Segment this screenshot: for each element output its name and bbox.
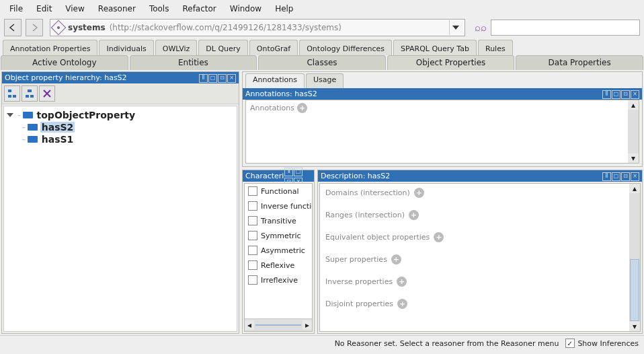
tree-child-hasS2[interactable]: ···· hasS2 [22,121,234,133]
add-button[interactable]: + [409,210,419,220]
vertical-scrollbar[interactable]: ▴ ▾ [629,184,640,331]
checkbox[interactable] [248,246,257,255]
tree-line: ··· [17,112,20,119]
tree-root-row[interactable]: ··· topObjectProperty [7,109,234,121]
tree-child-hasS1[interactable]: ···· hasS1 [22,133,234,145]
checkbox[interactable] [248,216,257,225]
menu-edit[interactable]: Edit [30,3,58,15]
ontology-address-bar[interactable]: systems (http://stackoverflow.com/q/2149… [50,19,465,36]
show-inferences-toggle[interactable]: Show Inferences [565,339,639,348]
menu-window[interactable]: Window [223,3,268,15]
characteristic-transitive[interactable]: Transitive [245,213,312,228]
add-button[interactable]: + [414,188,424,198]
description-equivalent: Equivalent object properties+ [325,232,635,242]
description-header: Description: hasS2 Ⅱ□⊡× [318,170,642,182]
hierarchy-panel-title: Object property hierarchy: hasS2 [5,73,127,82]
ontology-dropdown[interactable] [449,20,462,35]
status-message: No Reasoner set. Select a reasoner from … [335,339,559,348]
tab-ontograf[interactable]: OntoGraf [249,40,298,55]
characteristic-reflexive[interactable]: Reflexive [245,258,312,273]
checkbox[interactable] [248,186,257,196]
checkbox[interactable] [248,231,257,240]
scroll-up-button[interactable]: ▴ [628,100,639,110]
add-sibling-button[interactable] [4,85,20,102]
main-tabs-row: Active Ontology Entities Classes Object … [0,55,644,70]
tab-dl-query[interactable]: DL Query [198,40,248,55]
tab-classes[interactable]: Classes [258,55,386,70]
property-tree[interactable]: ··· topObjectProperty ···· hasS2 ···· ha… [3,106,237,332]
menu-tools[interactable]: Tools [143,3,176,15]
characteristics-header: Characteri Ⅱ□⊡× [243,170,314,182]
tab-rules[interactable]: Rules [478,40,513,55]
checkbox[interactable] [248,260,257,270]
svg-rect-4 [26,95,29,98]
menu-refactor[interactable]: Refactor [175,3,223,15]
characteristic-label: Asymmetric [261,246,305,255]
delete-button[interactable] [39,85,55,102]
panel-controls[interactable]: Ⅱ□⊡× [198,73,236,83]
characteristic-functional[interactable]: Functional [245,184,312,199]
horizontal-scrollbar[interactable]: ◂ ▸ [245,318,312,331]
menu-help[interactable]: Help [268,3,300,15]
forward-button[interactable] [26,19,43,36]
tab-annotation-properties[interactable]: Annotation Properties [3,40,97,55]
characteristics-list: Functional Inverse functio Transitive Sy… [244,183,313,332]
tree-line: ···· [22,124,25,131]
search-input[interactable] [491,20,640,36]
scroll-up-button[interactable]: ▴ [629,184,640,193]
tab-object-properties[interactable]: Object Properties [387,55,515,70]
add-button[interactable]: + [434,232,444,242]
menu-view[interactable]: View [58,3,91,15]
menu-file[interactable]: File [3,3,30,15]
tab-owlviz[interactable]: OWLViz [155,40,198,55]
description-section-label: Inverse properties [325,277,393,286]
scroll-right-button[interactable]: ▸ [303,320,312,330]
object-property-icon [28,124,38,131]
annotations-panel: Annotations Usage Annotations: hasS2 Ⅱ□⊡… [242,71,643,167]
scroll-down-button[interactable]: ▾ [628,153,639,163]
description-body: Domains (intersection)+ Ranges (intersec… [319,183,641,332]
hierarchy-toolbar [2,83,239,104]
characteristic-irreflexive[interactable]: Irreflexive [245,273,312,287]
annotations-section-label: Annotations + [250,103,307,113]
add-annotation-button[interactable]: + [297,103,307,113]
checkbox[interactable] [248,275,257,285]
add-child-button[interactable] [22,85,38,102]
scroll-left-button[interactable]: ◂ [245,320,254,330]
menu-reasoner[interactable]: Reasoner [91,3,143,15]
tab-active-ontology[interactable]: Active Ontology [1,55,128,70]
tab-data-properties[interactable]: Data Properties [516,55,643,70]
svg-rect-0 [8,90,11,92]
back-button[interactable] [4,19,22,36]
add-button[interactable]: + [397,299,407,309]
svg-rect-1 [8,95,11,98]
panel-controls[interactable]: Ⅱ□⊡× [602,171,639,181]
panel-controls[interactable]: Ⅱ□⊡× [602,89,639,99]
svg-rect-2 [13,95,16,98]
checkbox-checked-icon[interactable] [565,339,575,348]
tab-ontology-differences[interactable]: Ontology Differences [299,40,392,55]
chevron-down-icon[interactable] [7,113,13,117]
characteristic-label: Functional [261,187,299,196]
add-button[interactable]: + [397,277,407,287]
tab-annotations[interactable]: Annotations [245,73,305,88]
scrollbar-thumb[interactable] [630,259,639,321]
checkbox[interactable] [248,201,257,211]
tab-usage[interactable]: Usage [306,73,344,88]
main-area: Object property hierarchy: hasS2 Ⅱ□⊡× ··… [0,70,644,335]
annotations-title: Annotations: hasS2 [245,90,317,98]
object-property-hierarchy-panel: Object property hierarchy: hasS2 Ⅱ□⊡× ··… [1,71,239,334]
tab-entities[interactable]: Entities [130,55,257,70]
add-button[interactable]: + [391,254,401,264]
tab-sparql-query[interactable]: SPARQL Query Tab [393,40,477,55]
characteristic-asymmetric[interactable]: Asymmetric [245,243,312,258]
characteristic-inverse-functional[interactable]: Inverse functio [245,199,312,213]
description-title: Description: hasS2 [321,172,390,180]
vertical-scrollbar[interactable]: ▴ ▾ [628,100,639,163]
characteristic-label: Reflexive [261,261,294,270]
tab-individuals[interactable]: Individuals [99,40,153,55]
description-section-label: Equivalent object properties [325,233,430,242]
tree-child-label: hasS1 [40,134,75,145]
scroll-down-button[interactable]: ▾ [629,322,640,331]
characteristic-symmetric[interactable]: Symmetric [245,228,312,243]
